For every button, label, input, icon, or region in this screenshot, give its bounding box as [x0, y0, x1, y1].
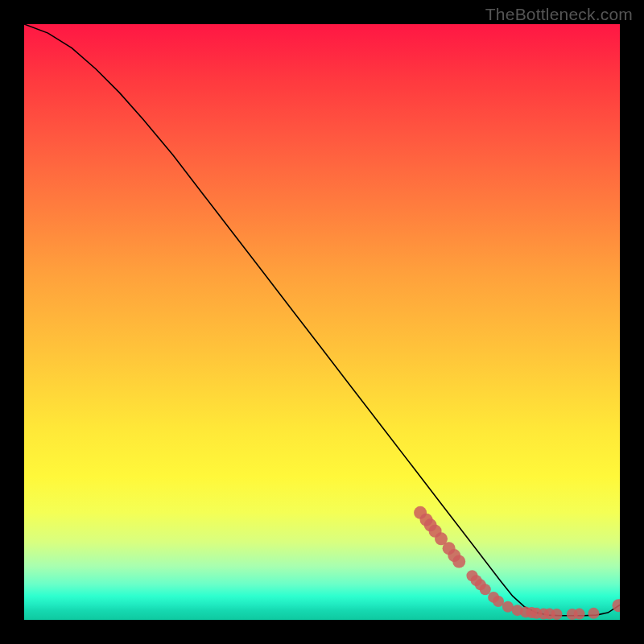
- chart-dot: [574, 609, 585, 620]
- chart-plot-area: [24, 24, 620, 620]
- chart-dot: [551, 609, 563, 620]
- chart-scatter-dots: [414, 506, 620, 620]
- chart-dot: [480, 584, 491, 595]
- chart-dot: [493, 596, 504, 607]
- chart-curve-line: [24, 24, 620, 616]
- chart-dot: [613, 599, 620, 612]
- watermark-text: TheBottleneck.com: [485, 5, 633, 24]
- chart-dot: [452, 555, 465, 568]
- chart-dot: [588, 608, 599, 619]
- chart-overlay-svg: [24, 24, 620, 620]
